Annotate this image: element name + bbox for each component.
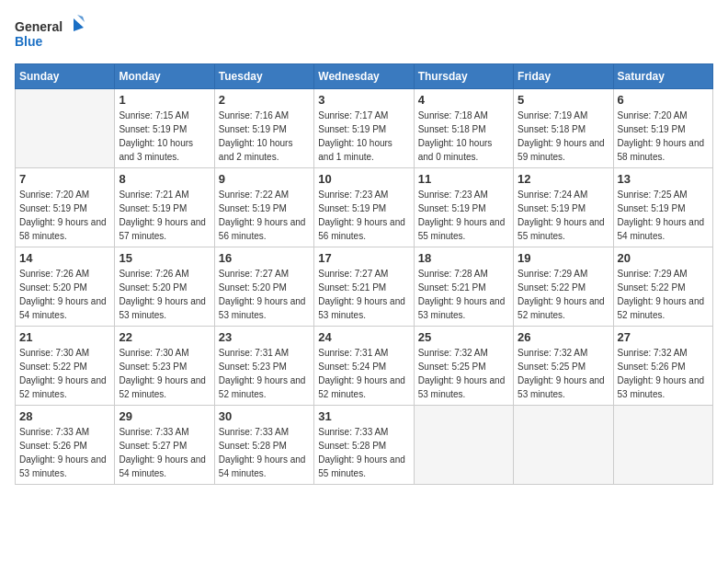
calendar-cell: 29Sunrise: 7:33 AMSunset: 5:27 PMDayligh…: [115, 406, 214, 485]
day-info: Sunrise: 7:26 AMSunset: 5:20 PMDaylight:…: [19, 267, 110, 322]
day-number: 6: [618, 93, 709, 107]
day-info: Sunrise: 7:24 AMSunset: 5:19 PMDaylight:…: [518, 188, 609, 243]
day-info: Sunrise: 7:22 AMSunset: 5:19 PMDaylight:…: [219, 188, 310, 243]
day-info: Sunrise: 7:18 AMSunset: 5:18 PMDaylight:…: [418, 109, 509, 164]
day-info: Sunrise: 7:23 AMSunset: 5:19 PMDaylight:…: [318, 188, 409, 243]
calendar-cell: 18Sunrise: 7:28 AMSunset: 5:21 PMDayligh…: [414, 247, 513, 327]
day-info: Sunrise: 7:20 AMSunset: 5:19 PMDaylight:…: [618, 109, 709, 164]
day-number: 1: [119, 93, 210, 107]
day-number: 16: [219, 251, 310, 265]
calendar-cell: 20Sunrise: 7:29 AMSunset: 5:22 PMDayligh…: [613, 247, 712, 327]
calendar-cell: 9Sunrise: 7:22 AMSunset: 5:19 PMDaylight…: [214, 168, 313, 247]
day-number: 23: [219, 330, 310, 344]
day-info: Sunrise: 7:31 AMSunset: 5:24 PMDaylight:…: [318, 346, 409, 401]
calendar-cell: 12Sunrise: 7:24 AMSunset: 5:19 PMDayligh…: [514, 168, 613, 247]
day-info: Sunrise: 7:32 AMSunset: 5:25 PMDaylight:…: [518, 346, 609, 401]
calendar-cell: 23Sunrise: 7:31 AMSunset: 5:23 PMDayligh…: [214, 327, 313, 406]
day-number: 31: [318, 409, 409, 423]
calendar-week-row: 14Sunrise: 7:26 AMSunset: 5:20 PMDayligh…: [16, 247, 713, 327]
day-info: Sunrise: 7:28 AMSunset: 5:21 PMDaylight:…: [418, 267, 509, 322]
day-number: 26: [518, 330, 609, 344]
day-number: 5: [518, 93, 609, 107]
day-number: 27: [618, 330, 709, 344]
logo-svg: General Blue: [15, 15, 88, 56]
weekday-header: Tuesday: [214, 64, 313, 89]
day-info: Sunrise: 7:33 AMSunset: 5:28 PMDaylight:…: [318, 425, 409, 480]
logo: General Blue: [15, 15, 88, 56]
calendar-week-row: 28Sunrise: 7:33 AMSunset: 5:26 PMDayligh…: [16, 406, 713, 485]
day-info: Sunrise: 7:32 AMSunset: 5:25 PMDaylight:…: [418, 346, 509, 401]
calendar-cell: 4Sunrise: 7:18 AMSunset: 5:18 PMDaylight…: [414, 89, 513, 168]
calendar-cell: 6Sunrise: 7:20 AMSunset: 5:19 PMDaylight…: [613, 89, 712, 168]
calendar-week-row: 21Sunrise: 7:30 AMSunset: 5:22 PMDayligh…: [16, 327, 713, 406]
day-info: Sunrise: 7:17 AMSunset: 5:19 PMDaylight:…: [318, 109, 409, 164]
day-info: Sunrise: 7:33 AMSunset: 5:27 PMDaylight:…: [119, 425, 210, 480]
calendar-cell: [613, 406, 712, 485]
day-number: 10: [318, 172, 409, 186]
weekday-header: Wednesday: [314, 64, 414, 89]
day-number: 30: [219, 409, 310, 423]
calendar-cell: 30Sunrise: 7:33 AMSunset: 5:28 PMDayligh…: [214, 406, 313, 485]
calendar-cell: 25Sunrise: 7:32 AMSunset: 5:25 PMDayligh…: [414, 327, 513, 406]
day-info: Sunrise: 7:32 AMSunset: 5:26 PMDaylight:…: [618, 346, 709, 401]
day-number: 8: [119, 172, 210, 186]
calendar-cell: 10Sunrise: 7:23 AMSunset: 5:19 PMDayligh…: [314, 168, 414, 247]
day-info: Sunrise: 7:25 AMSunset: 5:19 PMDaylight:…: [618, 188, 709, 243]
calendar-cell: 15Sunrise: 7:26 AMSunset: 5:20 PMDayligh…: [115, 247, 214, 327]
day-info: Sunrise: 7:33 AMSunset: 5:26 PMDaylight:…: [19, 425, 110, 480]
calendar-cell: 11Sunrise: 7:23 AMSunset: 5:19 PMDayligh…: [414, 168, 513, 247]
calendar-cell: 8Sunrise: 7:21 AMSunset: 5:19 PMDaylight…: [115, 168, 214, 247]
day-number: 2: [219, 93, 310, 107]
day-number: 14: [19, 251, 110, 265]
calendar-cell: 19Sunrise: 7:29 AMSunset: 5:22 PMDayligh…: [514, 247, 613, 327]
calendar-cell: [414, 406, 513, 485]
calendar-cell: 21Sunrise: 7:30 AMSunset: 5:22 PMDayligh…: [16, 327, 115, 406]
day-number: 24: [318, 330, 409, 344]
day-number: 29: [119, 409, 210, 423]
day-number: 15: [119, 251, 210, 265]
weekday-header: Thursday: [414, 64, 513, 89]
svg-marker-3: [77, 15, 85, 22]
day-number: 25: [418, 330, 509, 344]
day-number: 19: [518, 251, 609, 265]
weekday-header: Sunday: [16, 64, 115, 89]
day-number: 11: [418, 172, 509, 186]
calendar-table: SundayMondayTuesdayWednesdayThursdayFrid…: [15, 63, 713, 485]
calendar-cell: 31Sunrise: 7:33 AMSunset: 5:28 PMDayligh…: [314, 406, 414, 485]
calendar-week-row: 1Sunrise: 7:15 AMSunset: 5:19 PMDaylight…: [16, 89, 713, 168]
day-info: Sunrise: 7:26 AMSunset: 5:20 PMDaylight:…: [119, 267, 210, 322]
calendar-cell: 13Sunrise: 7:25 AMSunset: 5:19 PMDayligh…: [613, 168, 712, 247]
day-info: Sunrise: 7:16 AMSunset: 5:19 PMDaylight:…: [219, 109, 310, 164]
calendar-cell: 5Sunrise: 7:19 AMSunset: 5:18 PMDaylight…: [514, 89, 613, 168]
day-info: Sunrise: 7:33 AMSunset: 5:28 PMDaylight:…: [219, 425, 310, 480]
calendar-cell: 1Sunrise: 7:15 AMSunset: 5:19 PMDaylight…: [115, 89, 214, 168]
calendar-cell: 3Sunrise: 7:17 AMSunset: 5:19 PMDaylight…: [314, 89, 414, 168]
day-number: 7: [19, 172, 110, 186]
calendar-cell: 24Sunrise: 7:31 AMSunset: 5:24 PMDayligh…: [314, 327, 414, 406]
weekday-header-row: SundayMondayTuesdayWednesdayThursdayFrid…: [16, 64, 713, 89]
calendar-cell: 22Sunrise: 7:30 AMSunset: 5:23 PMDayligh…: [115, 327, 214, 406]
calendar-cell: [16, 89, 115, 168]
calendar-cell: 2Sunrise: 7:16 AMSunset: 5:19 PMDaylight…: [214, 89, 313, 168]
svg-marker-2: [74, 18, 84, 31]
calendar-cell: 27Sunrise: 7:32 AMSunset: 5:26 PMDayligh…: [613, 327, 712, 406]
day-info: Sunrise: 7:31 AMSunset: 5:23 PMDaylight:…: [219, 346, 310, 401]
calendar-cell: 16Sunrise: 7:27 AMSunset: 5:20 PMDayligh…: [214, 247, 313, 327]
day-number: 17: [318, 251, 409, 265]
weekday-header: Friday: [514, 64, 613, 89]
calendar-cell: 28Sunrise: 7:33 AMSunset: 5:26 PMDayligh…: [16, 406, 115, 485]
day-info: Sunrise: 7:20 AMSunset: 5:19 PMDaylight:…: [19, 188, 110, 243]
day-number: 3: [318, 93, 409, 107]
day-number: 28: [19, 409, 110, 423]
day-number: 22: [119, 330, 210, 344]
calendar-cell: 14Sunrise: 7:26 AMSunset: 5:20 PMDayligh…: [16, 247, 115, 327]
day-info: Sunrise: 7:23 AMSunset: 5:19 PMDaylight:…: [418, 188, 509, 243]
calendar-cell: [514, 406, 613, 485]
day-number: 18: [418, 251, 509, 265]
day-number: 4: [418, 93, 509, 107]
day-info: Sunrise: 7:27 AMSunset: 5:21 PMDaylight:…: [318, 267, 409, 322]
weekday-header: Monday: [115, 64, 214, 89]
calendar-cell: 17Sunrise: 7:27 AMSunset: 5:21 PMDayligh…: [314, 247, 414, 327]
calendar-cell: 26Sunrise: 7:32 AMSunset: 5:25 PMDayligh…: [514, 327, 613, 406]
day-info: Sunrise: 7:29 AMSunset: 5:22 PMDaylight:…: [618, 267, 709, 322]
